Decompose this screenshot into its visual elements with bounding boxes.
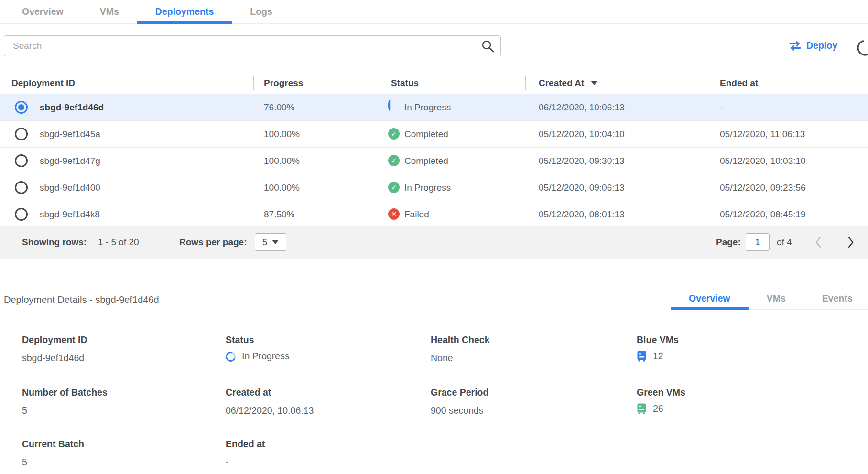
detail-label-deployment-id: Deployment ID bbox=[22, 334, 87, 345]
blue-vms-count: 12 bbox=[653, 351, 663, 362]
table-row[interactable]: sbgd-9ef1d47g 100.00% Completed 05/12/20… bbox=[0, 148, 868, 174]
prev-page-button[interactable] bbox=[814, 236, 822, 248]
detail-value-grace-period: 900 seconds bbox=[431, 405, 484, 416]
status-cell: Failed bbox=[404, 201, 429, 227]
detail-label-number-of-batches: Number of Batches bbox=[22, 387, 108, 398]
table-row[interactable]: sbgd-9ef1d46d 76.00% In Progress 06/12/2… bbox=[0, 94, 868, 121]
deployment-id-cell: sbgd-9ef1d45a bbox=[40, 121, 100, 147]
progress-cell: 100.00% bbox=[264, 148, 300, 174]
chevron-down-icon bbox=[272, 240, 279, 244]
rows-per-page-value: 5 bbox=[262, 237, 268, 248]
details-tab-vms[interactable]: VMs bbox=[749, 288, 804, 309]
radio-button[interactable] bbox=[15, 181, 28, 194]
deployments-page: Overview VMs Deployments Logs Deploy Dep… bbox=[0, 0, 868, 474]
column-header-progress: Progress bbox=[264, 72, 303, 94]
column-divider bbox=[705, 76, 705, 90]
spinner-icon bbox=[224, 350, 238, 364]
radio-button[interactable] bbox=[15, 101, 28, 114]
table-row[interactable]: sbgd-9ef1d4k8 87.50% Failed 05/12/2020, … bbox=[0, 201, 868, 228]
rows-per-page-label: Rows per page: bbox=[179, 226, 247, 259]
radio-button[interactable] bbox=[15, 208, 28, 221]
tab-label: VMs bbox=[767, 293, 786, 303]
deployment-id-cell: sbgd-9ef1d47g bbox=[40, 148, 100, 174]
table-body: sbgd-9ef1d46d 76.00% In Progress 06/12/2… bbox=[0, 94, 868, 228]
detail-value-ended-at: - bbox=[226, 457, 229, 468]
showing-rows-label: Showing rows: bbox=[22, 226, 87, 259]
x-circle-icon bbox=[388, 208, 400, 220]
check-circle-icon bbox=[388, 155, 400, 166]
search-icon[interactable] bbox=[481, 40, 495, 53]
table-row[interactable]: sbgd-9ef1d45a 100.00% Completed 05/12/20… bbox=[0, 121, 868, 148]
sort-desc-icon bbox=[591, 81, 597, 85]
detail-label-current-batch: Current Batch bbox=[22, 439, 84, 450]
detail-label-green-vms: Green VMs bbox=[637, 387, 685, 398]
search-input[interactable] bbox=[4, 36, 500, 56]
radio-button[interactable] bbox=[15, 154, 28, 167]
detail-value-status: In Progress bbox=[226, 351, 290, 362]
progress-cell: 100.00% bbox=[264, 174, 300, 201]
deploy-button[interactable]: Deploy bbox=[789, 40, 837, 51]
tab-label: Overview bbox=[689, 293, 730, 303]
tab-label: Logs bbox=[250, 6, 272, 17]
ended-at-cell: 05/12/2020, 11:06:13 bbox=[720, 121, 805, 147]
detail-value-health-check: None bbox=[431, 353, 453, 364]
status-cell: Completed bbox=[404, 121, 448, 147]
check-circle-icon bbox=[388, 128, 400, 140]
radio-button[interactable] bbox=[15, 128, 28, 140]
deployment-id-cell: sbgd-9ef1d400 bbox=[40, 174, 100, 201]
details-title: Deployment Details - sbgd-9ef1d46d bbox=[4, 294, 159, 305]
detail-label-health-check: Health Check bbox=[431, 334, 490, 345]
detail-value-blue-vms: 12 bbox=[637, 351, 663, 362]
rows-per-page-select[interactable]: 5 bbox=[255, 233, 286, 251]
status-text: In Progress bbox=[242, 351, 290, 362]
detail-label-blue-vms: Blue VMs bbox=[637, 334, 679, 345]
tab-deployments[interactable]: Deployments bbox=[137, 0, 232, 23]
tab-logs[interactable]: Logs bbox=[232, 0, 291, 23]
column-header-created-at[interactable]: Created At bbox=[539, 72, 597, 94]
showing-rows-value: 1 - 5 of 20 bbox=[98, 226, 139, 259]
details-tab-bar: Overview VMs Events bbox=[671, 288, 868, 310]
status-cell: In Progress bbox=[404, 94, 451, 120]
ended-at-cell: - bbox=[720, 94, 723, 120]
active-tab-underline bbox=[671, 307, 749, 310]
column-header-deployment-id: Deployment ID bbox=[11, 72, 75, 94]
detail-label-ended-at: Ended at bbox=[226, 439, 265, 450]
tab-overview[interactable]: Overview bbox=[4, 0, 82, 23]
page-input[interactable] bbox=[746, 233, 770, 251]
column-header-status: Status bbox=[391, 72, 419, 94]
active-tab-underline bbox=[137, 21, 232, 24]
details-tab-events[interactable]: Events bbox=[804, 288, 868, 309]
blue-vm-icon bbox=[637, 351, 647, 362]
tab-vms[interactable]: VMs bbox=[82, 0, 137, 23]
table-row[interactable]: sbgd-9ef1d400 100.00% In Progress 05/12/… bbox=[0, 174, 868, 201]
tab-label: VMs bbox=[100, 6, 119, 17]
created-at-cell: 05/12/2020, 08:01:13 bbox=[539, 201, 625, 227]
progress-cell: 87.50% bbox=[264, 201, 294, 227]
detail-value-created-at: 06/12/2020, 10:06:13 bbox=[226, 405, 314, 416]
tab-label: Overview bbox=[22, 6, 64, 17]
detail-value-number-of-batches: 5 bbox=[22, 405, 27, 416]
detail-label-grace-period: Grace Period bbox=[431, 387, 488, 398]
detail-label-status: Status bbox=[226, 334, 254, 345]
progress-cell: 100.00% bbox=[264, 121, 300, 147]
status-cell: Completed bbox=[404, 148, 448, 174]
ended-at-cell: 05/12/2020, 10:03:10 bbox=[720, 148, 806, 174]
detail-value-green-vms: 26 bbox=[637, 403, 663, 414]
green-vm-icon bbox=[637, 403, 647, 414]
table-header: Deployment ID Progress Status Created At… bbox=[0, 72, 868, 94]
ended-at-cell: 05/12/2020, 09:23:56 bbox=[720, 174, 806, 201]
created-at-cell: 05/12/2020, 09:06:13 bbox=[539, 174, 625, 201]
table-footer: Showing rows: 1 - 5 of 20 Rows per page:… bbox=[0, 226, 868, 259]
detail-label-created-at: Created at bbox=[226, 387, 271, 398]
refresh-icon[interactable] bbox=[856, 38, 868, 57]
page-total: of 4 bbox=[777, 226, 792, 259]
main-tab-bar: Overview VMs Deployments Logs bbox=[0, 0, 868, 24]
swap-arrows-icon bbox=[789, 41, 802, 51]
tab-label: Deployments bbox=[155, 6, 214, 17]
deployment-id-cell: sbgd-9ef1d4k8 bbox=[40, 201, 100, 227]
details-tab-overview[interactable]: Overview bbox=[671, 288, 749, 309]
page-label: Page: bbox=[716, 226, 741, 259]
tab-label: Events bbox=[822, 293, 853, 303]
next-page-button[interactable] bbox=[847, 236, 855, 248]
green-vms-count: 26 bbox=[653, 403, 663, 414]
